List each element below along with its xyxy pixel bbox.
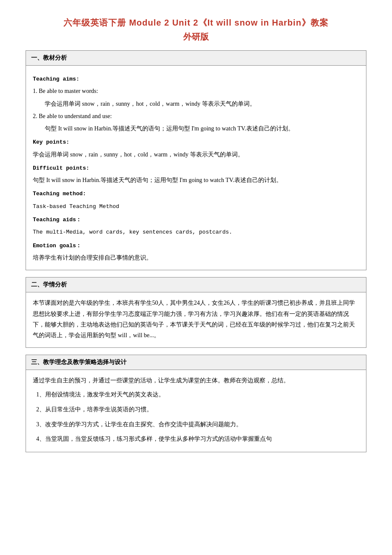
section-3-block-2: 2、从日常生活中，培养学生说英语的习惯。 (33, 404, 359, 416)
section-1-block-1: 1. Be able to master words: (33, 86, 359, 96)
section-2-header: 二、学情分析 (26, 278, 366, 292)
section-1-block-4: 句型 It will snow in Harbin.等描述天气的语句；运用句型 … (33, 123, 359, 134)
section-1-block-14: 培养学生有计划的合理安排自己事情的意识。 (33, 252, 359, 263)
section-1-block-12: The multi-Media, word cards, key sentenc… (33, 226, 359, 237)
section-1-block-13: Emotion goals： (33, 240, 359, 251)
section-1-block-11: Teaching aids： (33, 214, 359, 225)
section-1-body: Teaching aims:1. Be able to master words… (26, 66, 366, 270)
section-1-block-3: 2. Be able to understand and use: (33, 111, 359, 121)
section-1-block-5: Key points: (33, 136, 359, 147)
section-3-block-3: 3、改变学生的学习方式，让学生在自主探究、合作交流中提高解决问题能力。 (33, 419, 359, 431)
section-3-header: 三、教学理念及教学策略选择与设计 (26, 355, 366, 370)
section-3-block-1: 1、用创设情境法，激发学生对天气的英文表达。 (33, 389, 359, 401)
section-1-block-10: Task-based Teaching Method (33, 201, 359, 211)
section-1-header: 一、教材分析 (26, 51, 366, 66)
sections-container: 一、教材分析Teaching aims:1. Be able to master… (26, 50, 366, 452)
section-3-block-0: 通过学生自主的预习，并通过一些课堂的活动，让学生成为课堂的主体。教师在旁边观察，… (33, 375, 359, 386)
section-1: 一、教材分析Teaching aims:1. Be able to master… (26, 50, 366, 270)
section-1-block-6: 学会运用单词 snow，rain，sunny，hot，cold，warm，win… (33, 149, 359, 160)
page-title-container: 六年级英语下册 Module 2 Unit 2《It will snow in … (26, 17, 366, 43)
section-1-block-7: Difficult points: (33, 162, 359, 173)
section-2: 二、学情分析本节课面对的是六年级的学生，本班共有学生50人，其中男生24人，女生… (26, 277, 366, 348)
section-1-block-9: Teaching method: (33, 188, 359, 199)
page-title-sub: 外研版 (26, 31, 366, 43)
section-1-block-0: Teaching aims: (33, 73, 359, 84)
page-title-main: 六年级英语下册 Module 2 Unit 2《It will snow in … (63, 18, 328, 27)
section-3-body: 通过学生自主的预习，并通过一些课堂的活动，让学生成为课堂的主体。教师在旁边观察，… (26, 370, 366, 452)
section-3: 三、教学理念及教学策略选择与设计通过学生自主的预习，并通过一些课堂的活动，让学生… (26, 355, 366, 452)
section-1-block-2: 学会运用单词 snow，rain，sunny，hot，cold，warm，win… (33, 98, 359, 109)
section-3-block-4: 4、当堂巩固，当堂反馈练习，练习形式多样，使学生从多种学习方式的活动中掌握重点句 (33, 434, 359, 445)
section-1-block-8: 句型 It will snow in Harbin.等描述天气的语句；运用句型 … (33, 175, 359, 185)
section-2-body: 本节课面对的是六年级的学生，本班共有学生50人，其中男生24人，女生26人，学生… (26, 292, 366, 347)
section-2-block-0: 本节课面对的是六年级的学生，本班共有学生50人，其中男生24人，女生26人，学生… (33, 298, 359, 341)
